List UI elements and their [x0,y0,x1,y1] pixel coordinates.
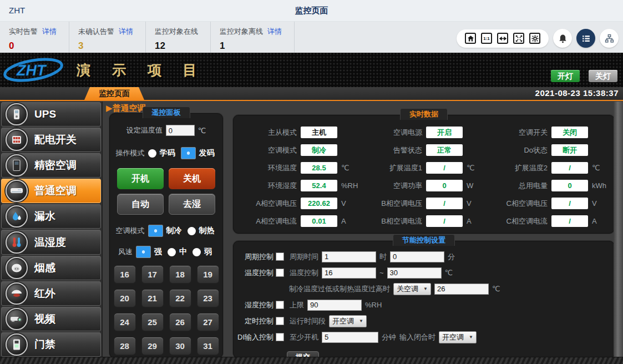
lamp-buttons: 开灯 关灯 [551,70,617,82]
op-mode-radio-学码[interactable] [148,149,156,158]
tab-monitoring-page[interactable]: 监控页面 [84,87,144,100]
op-mode-row: 操作模式 学码发码 [110,147,222,159]
temp-protect-select[interactable]: 关空调 ▼ [393,283,431,295]
timer-control-checkbox[interactable] [276,317,284,325]
temp-button-26[interactable]: 26 [169,313,191,331]
smoke-icon [6,257,28,279]
temp-button-21[interactable]: 21 [141,289,164,307]
fullscreen-icon[interactable] [513,33,524,44]
power-on-button[interactable]: 开机 [117,168,164,189]
cycle-minutes-unit: 分 [448,252,455,262]
power-buttons-row: 开机 关机 [110,168,222,189]
di-action-select[interactable]: 开空调 ▼ [439,331,477,343]
cycle-minutes-input[interactable] [390,251,444,262]
ac-mode-radio-label: 制热 [199,226,215,236]
op-mode-label: 操作模式 [116,148,145,158]
mode-buttons-row: 自动 去湿 [110,194,222,215]
stat-label: 未确认告警 [78,27,114,37]
di-input-control-checkbox[interactable] [276,333,284,341]
temp-min-input[interactable] [322,267,376,279]
bell-icon-button[interactable] [553,29,572,48]
ac-icon [6,180,28,202]
temp-button-28[interactable]: 28 [114,337,136,355]
energy-rows: 周期控制 周期时间 时 分 温度控制 温度控制 ~ ℃ [234,241,614,363]
sidebar-item-3[interactable]: 普通空调 [1,179,101,203]
realtime-field: 总用电量0kWh [485,180,611,191]
fit-width-icon[interactable] [497,33,508,44]
temp-button-19[interactable]: 19 [197,265,219,284]
temp-button-20[interactable]: 20 [114,289,136,307]
temperature-grid: 1617181920212223242526272829303132+- [110,265,222,364]
sidebar-item-6[interactable]: 烟感 [1,256,101,280]
realtime-field: 空调功率0W [360,180,485,191]
dehumidify-button[interactable]: 去湿 [169,194,215,215]
content-header: ▶普通空调 [106,103,146,114]
circle-buttons [553,29,619,48]
light-off-button[interactable]: 关灯 [589,70,617,82]
sidebar-item-5[interactable]: 温湿度 [1,230,101,254]
sidebar-item-8[interactable]: 视频 [1,307,101,331]
sidebar-item-7[interactable]: 红外 [1,281,101,306]
temp-button-29[interactable]: 29 [141,337,164,355]
sidebar-item-9[interactable]: 门禁 [1,332,101,357]
stat-detail-link[interactable]: 详情 [267,27,282,37]
stat-label: 监控对象在线 [155,27,198,37]
temp-button-22[interactable]: 22 [169,289,191,307]
remote-panel-title: 遥控面板 [143,107,190,118]
ac-mode-radio-制冷[interactable] [148,225,163,237]
settings-icon[interactable] [529,33,540,44]
di-closed-label: 输入闭合时 [399,332,435,342]
temp-button-17[interactable]: 17 [141,265,164,284]
door-access-icon [6,333,28,356]
temp-button-16[interactable]: 16 [114,265,136,284]
light-on-button[interactable]: 开灯 [551,70,580,82]
realtime-field-unit: A [341,217,360,225]
cycle-hours-input[interactable] [322,251,376,262]
fan-speed-label: 风速 [118,247,133,257]
temp-button-23[interactable]: 23 [197,289,219,307]
auto-button[interactable]: 自动 [117,194,164,215]
sidebar-item-1[interactable]: 配电开关 [1,128,101,152]
temp-button-25[interactable]: 25 [141,313,164,331]
top-bar: ZHT 监控页面 [0,0,623,22]
monitoring-app: ZHT 监控页面 实时告警详情0未确认告警详情3监控对象在线12监控对象离线详情… [0,0,623,364]
home-icon[interactable] [465,33,476,44]
humidity-control-row: 湿度控制 上限 %RH [234,299,614,311]
temp-button-24[interactable]: 24 [114,313,136,331]
list-icon-button[interactable] [576,29,595,48]
realtime-field-value: 制冷 [301,144,337,156]
temp-button-31[interactable]: 31 [197,337,219,355]
temp-max-input[interactable] [387,267,442,279]
temp-protect-input[interactable] [434,284,489,295]
temp-button-27[interactable]: 27 [197,313,219,331]
power-off-button[interactable]: 关机 [169,168,215,189]
one-to-one-icon[interactable]: 1:1 [481,33,492,44]
realtime-field-label: 环境温度 [235,163,297,173]
stat-detail-link[interactable]: 详情 [42,27,57,37]
realtime-field-label: A相空调电流 [235,216,297,226]
set-temp-input[interactable] [166,125,195,136]
chevron-down-icon: ▼ [359,318,363,323]
timer-action-select[interactable]: 开空调 ▼ [329,315,367,327]
temp-button-18[interactable]: 18 [169,265,191,284]
sidebar-item-2[interactable]: 精密空调 [1,153,101,178]
sidebar-item-4[interactable]: 漏水 [1,204,101,229]
realtime-field-label: 空调电源 [360,128,422,138]
fan-speed-radio-弱[interactable] [193,248,201,256]
fan-speed-radio-中[interactable] [168,248,176,256]
humidity-control-checkbox[interactable] [276,301,284,309]
fan-speed-radio-强[interactable] [136,246,151,258]
di-min-on-input[interactable] [322,332,378,343]
temp-control-checkbox[interactable] [276,269,284,277]
realtime-field: A相空调电压220.62V [235,198,360,209]
temp-button-30[interactable]: 30 [169,337,191,355]
set-temp-row: 设定温度值 ℃ [110,125,222,136]
op-mode-radio-发码[interactable] [181,147,196,159]
humidity-limit-input[interactable] [307,300,362,311]
sidebar-item-0[interactable]: UPS [1,102,101,127]
cycle-control-checkbox[interactable] [276,252,284,261]
ac-mode-radio-制热[interactable] [188,227,196,235]
sitemap-icon-button[interactable] [600,29,619,48]
realtime-field-value: 28.5 [301,162,337,174]
stat-detail-link[interactable]: 详情 [119,27,133,37]
